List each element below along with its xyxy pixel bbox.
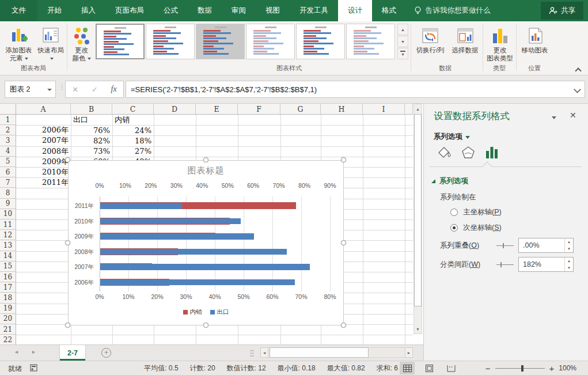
cell-C3[interactable]: 18%	[112, 135, 154, 146]
column-header-C[interactable]: C	[112, 104, 154, 115]
chart-style-thumbnail-1[interactable]	[96, 24, 145, 59]
vertical-scrollbar[interactable]: ▲ ▼	[414, 104, 422, 334]
zoom-in-icon[interactable]: +	[549, 363, 555, 373]
scroll-down-icon[interactable]: ▼	[414, 324, 422, 334]
column-header-partial[interactable]	[405, 104, 413, 115]
zoom-level[interactable]: 100%	[559, 364, 576, 372]
horizontal-scroll-thumb[interactable]	[270, 347, 369, 358]
page-break-view-button[interactable]	[443, 362, 458, 374]
bar-出口-2007年[interactable]	[100, 264, 310, 270]
overlap-input[interactable]: .00% ▲▼	[518, 238, 574, 253]
bar-出口-2006年[interactable]	[100, 279, 295, 286]
cancel-icon[interactable]: ✕	[72, 85, 78, 94]
bar-出口-2008年[interactable]	[100, 249, 287, 255]
gap-width-slider[interactable]	[496, 261, 514, 268]
cell-A3[interactable]: 2007年	[16, 135, 71, 146]
insert-function-icon[interactable]: fx	[111, 85, 117, 94]
cell-B2[interactable]: 76%	[71, 125, 112, 135]
ribbon-tab-审阅[interactable]: 审阅	[222, 0, 256, 21]
column-header-A[interactable]: A	[16, 104, 71, 115]
zoom-slider[interactable]	[495, 368, 545, 369]
cell-A7[interactable]: 2011年	[16, 177, 71, 188]
selection-handle[interactable]	[341, 157, 346, 162]
ribbon-tab-数据[interactable]: 数据	[188, 0, 222, 21]
cell-B1[interactable]: 出口	[71, 115, 112, 125]
column-header-I[interactable]: I	[363, 104, 405, 115]
chart-style-thumbnail-5[interactable]	[296, 24, 345, 59]
row-header-1[interactable]: 1	[0, 115, 16, 125]
row-header-11[interactable]: 11	[0, 219, 16, 230]
gallery-scroll-up-icon[interactable]: ▲	[397, 24, 408, 35]
ribbon-tab-开发工具[interactable]: 开发工具	[290, 0, 338, 21]
zoom-slider-thumb[interactable]	[521, 365, 523, 372]
chart-legend[interactable]: 内销出口	[69, 308, 343, 316]
pane-close-icon[interactable]: ✕	[570, 111, 576, 120]
row-header-14[interactable]: 14	[0, 251, 16, 262]
scroll-up-icon[interactable]: ▲	[414, 104, 422, 113]
name-box-dropdown-icon[interactable]	[47, 89, 52, 91]
chart-style-thumbnail-2[interactable]	[146, 24, 195, 59]
row-header-10[interactable]: 10	[0, 209, 16, 219]
radio-primary-axis[interactable]: 主坐标轴(P)	[450, 207, 502, 217]
cell-A6[interactable]: 2010年	[16, 167, 71, 177]
gap-width-spinner[interactable]: ▲▼	[564, 257, 573, 271]
chart-object[interactable]: 图表标题 0%10%20%30%40%50%60%70%80%90%0%10%2…	[68, 160, 344, 325]
scroll-left-icon[interactable]: ◄	[260, 347, 268, 358]
gallery-scroll-down-icon[interactable]: ▼	[397, 36, 408, 47]
macro-record-icon[interactable]	[30, 364, 38, 372]
row-header-8[interactable]: 8	[0, 188, 16, 198]
selection-handle[interactable]	[65, 157, 70, 162]
sheet-prev-icon[interactable]: ◄	[14, 349, 19, 355]
row-header-22[interactable]: 22	[0, 335, 16, 344]
bar-出口-2009年[interactable]	[100, 233, 254, 240]
ribbon-tab-格式[interactable]: 格式	[372, 0, 406, 21]
chart-style-thumbnail-6[interactable]	[346, 24, 395, 59]
effects-icon[interactable]	[461, 145, 476, 160]
row-header-18[interactable]: 18	[0, 293, 16, 303]
selection-handle[interactable]	[65, 240, 70, 245]
gap-width-input[interactable]: 182% ▲▼	[518, 257, 574, 272]
ribbon-tab-视图[interactable]: 视图	[256, 0, 290, 21]
bar-出口-2011年[interactable]	[100, 203, 182, 209]
normal-view-button[interactable]	[400, 362, 415, 374]
sheet-next-icon[interactable]: ►	[31, 349, 36, 355]
row-header-4[interactable]: 4	[0, 146, 16, 157]
row-header-6[interactable]: 6	[0, 167, 16, 177]
row-header-21[interactable]: 21	[0, 324, 16, 335]
formula-bar-grip[interactable]: ⋮	[58, 82, 65, 91]
section-series-options[interactable]: 系列选项	[431, 176, 468, 186]
pane-dropdown-icon[interactable]	[552, 116, 556, 119]
tell-me-box[interactable]: 告诉我你想要做什么	[406, 0, 499, 21]
radio-primary-icon[interactable]	[450, 209, 458, 216]
radio-secondary-axis[interactable]: 次坐标轴(S)	[450, 223, 502, 233]
row-header-15[interactable]: 15	[0, 262, 16, 272]
cell-B3[interactable]: 82%	[71, 135, 112, 146]
chart-style-thumbnail-4[interactable]	[246, 24, 295, 59]
selection-handle[interactable]	[341, 323, 346, 328]
vertical-scroll-thumb[interactable]	[414, 114, 422, 306]
row-header-9[interactable]: 9	[0, 199, 16, 209]
column-header-F[interactable]: F	[238, 104, 280, 115]
row-header-3[interactable]: 3	[0, 135, 16, 146]
tab-split-grip[interactable]	[250, 350, 254, 357]
enter-icon[interactable]: ✓	[92, 85, 98, 94]
row-header-17[interactable]: 17	[0, 282, 16, 293]
selection-handle[interactable]	[203, 323, 208, 328]
series-options-icon[interactable]	[485, 145, 499, 160]
chart-title[interactable]: 图表标题	[69, 165, 343, 176]
name-box[interactable]: 图表 2	[5, 81, 56, 98]
zoom-out-icon[interactable]: −	[485, 363, 491, 373]
ribbon-button-更改颜色[interactable]: 更改颜色	[69, 23, 94, 74]
column-header-D[interactable]: D	[154, 104, 196, 115]
ribbon-tab-公式[interactable]: 公式	[154, 0, 188, 21]
cell-C1[interactable]: 内销	[112, 115, 154, 125]
formula-input[interactable]: =SERIES('2-7'!$B$1,'2-7'!$A$2:$A$7,'2-7'…	[126, 81, 585, 98]
row-header-16[interactable]: 16	[0, 272, 16, 282]
overlap-slider[interactable]	[496, 242, 514, 249]
selection-handle[interactable]	[341, 240, 346, 245]
row-header-20[interactable]: 20	[0, 314, 16, 324]
page-layout-view-button[interactable]	[422, 362, 437, 374]
ribbon-tab-文件[interactable]: 文件	[0, 0, 37, 21]
scroll-right-icon[interactable]: ►	[405, 347, 413, 358]
formula-bar-expand-icon[interactable]	[574, 86, 581, 93]
